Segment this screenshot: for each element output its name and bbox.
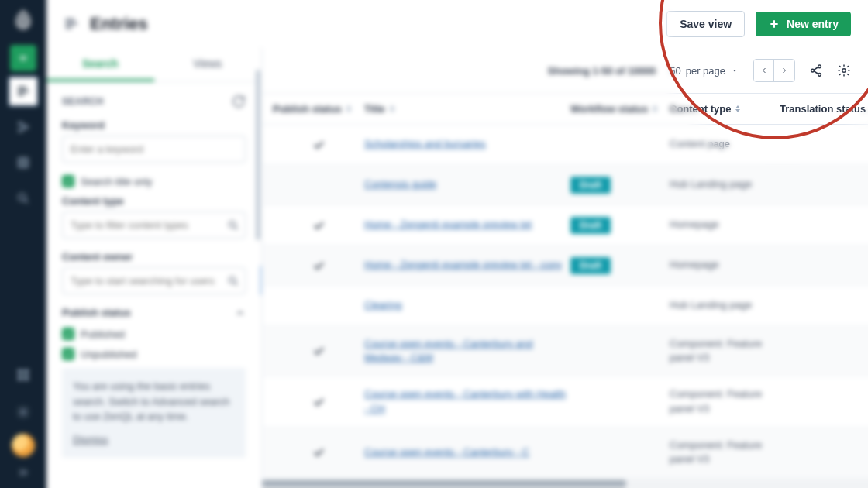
search-icon[interactable] — [227, 219, 239, 232]
entry-link[interactable]: Course open events - Canterbury with Hea… — [364, 388, 566, 414]
col-translation[interactable]: Translation status — [780, 103, 866, 115]
checkbox-checked-icon — [62, 328, 74, 340]
publish-status-cell — [273, 395, 364, 409]
rail-collapse[interactable] — [8, 463, 39, 482]
sort-icon[interactable] — [390, 105, 394, 112]
svg-rect-2 — [18, 91, 29, 92]
table-row[interactable]: Course open events - Canterbury - CCompo… — [262, 428, 868, 478]
tab-views[interactable]: Views — [154, 48, 262, 81]
content-owner-input[interactable] — [62, 267, 246, 294]
gear-icon[interactable] — [837, 64, 851, 77]
title-cell: Course open events - Canterbury - C — [364, 445, 570, 459]
col-title[interactable]: Title — [364, 103, 385, 115]
sort-icon[interactable] — [346, 105, 351, 112]
workflow-cell: Draft — [570, 217, 670, 234]
check-icon — [312, 344, 326, 358]
table-toolbar: Showing 1-50 of 10000 50 per page — [262, 48, 868, 94]
table-row[interactable]: Home - Zengenti example preview tet - co… — [262, 246, 868, 286]
table-row[interactable]: Course open events - Canterbury and Medw… — [262, 326, 868, 376]
titlebar: Entries Save view New entry — [46, 0, 868, 48]
col-workflow[interactable]: Workflow status — [570, 103, 648, 115]
entry-link[interactable]: Contensis guide — [364, 178, 436, 190]
chevron-down-icon — [730, 66, 739, 75]
svg-point-9 — [19, 194, 26, 201]
rail-project[interactable]: W — [10, 45, 36, 71]
sort-icon[interactable] — [653, 105, 657, 112]
rail-structure[interactable] — [8, 112, 39, 143]
share-icon[interactable] — [809, 64, 823, 77]
nav-rail: W — [0, 0, 46, 488]
refresh-icon[interactable] — [232, 95, 246, 108]
workflow-badge: Draft — [570, 217, 611, 234]
sort-icon[interactable] — [735, 105, 740, 112]
svg-rect-12 — [18, 376, 22, 380]
content-type-cell: Homepage — [670, 218, 780, 232]
svg-rect-8 — [21, 160, 26, 165]
plus-icon — [768, 18, 780, 30]
checkbox-checked-icon — [62, 348, 74, 360]
unpublished-checkbox[interactable]: Unpublished — [62, 348, 246, 360]
rail-entries[interactable] — [8, 76, 39, 107]
check-icon — [312, 138, 326, 152]
svg-rect-13 — [25, 376, 29, 380]
user-avatar[interactable] — [12, 434, 35, 457]
svg-point-18 — [229, 221, 236, 227]
content-type-cell: Component: Feature panel V3 — [670, 387, 780, 415]
svg-point-14 — [22, 411, 26, 414]
save-view-button[interactable]: Save view — [666, 11, 745, 37]
pager-next[interactable] — [774, 60, 794, 81]
title-cell: Clearing — [364, 298, 570, 312]
rail-library[interactable] — [8, 147, 39, 178]
col-publish-status[interactable]: Publish status — [273, 103, 342, 115]
col-content-type[interactable]: Content type — [670, 103, 731, 115]
publish-status-section[interactable]: Publish status — [62, 307, 246, 318]
table-row[interactable]: ClearingHub Landing page — [262, 286, 868, 326]
check-icon — [312, 445, 326, 459]
checkbox-checked-icon — [62, 175, 74, 187]
title-cell: Home - Zengenti example preview tet - co… — [364, 258, 570, 272]
content-type-input[interactable] — [62, 211, 246, 239]
per-page-select[interactable]: 50 per page — [670, 65, 739, 77]
table-row[interactable]: Scholarships and bursariesContent page — [262, 125, 868, 165]
title-cell: Course open events - Canterbury and Medw… — [364, 337, 570, 365]
svg-rect-11 — [25, 369, 29, 373]
svg-text:W: W — [20, 54, 27, 62]
tab-search[interactable]: Search — [46, 48, 154, 81]
published-checkbox[interactable]: Published — [62, 328, 246, 340]
rail-settings[interactable] — [8, 397, 39, 428]
pager-prev[interactable] — [754, 60, 774, 81]
table-row[interactable]: Contensis guideDraftHub Landing page — [262, 165, 868, 205]
table-header: Publish status Title Workflow status Con… — [262, 94, 868, 125]
new-entry-button[interactable]: New entry — [756, 12, 851, 36]
dismiss-link[interactable]: Dismiss — [73, 432, 108, 448]
new-entry-label: New entry — [787, 18, 839, 30]
horizontal-scrollbar[interactable] — [262, 479, 868, 488]
rail-apps[interactable] — [8, 359, 39, 390]
table-row[interactable]: Home - Zengenti example preview tetDraft… — [262, 205, 868, 246]
content-type-cell: Component: Feature panel V3 — [670, 438, 780, 466]
rail-search[interactable] — [8, 183, 39, 214]
entries-icon — [64, 16, 79, 32]
publish-status-cell — [273, 259, 364, 273]
entry-link[interactable]: Scholarships and bursaries — [364, 138, 486, 149]
filter-tabs: Search Views — [46, 48, 261, 82]
svg-rect-15 — [66, 19, 75, 21]
workflow-badge: Draft — [570, 177, 611, 194]
content-type-cell: Hub Landing page — [670, 177, 780, 191]
filter-panel: Search Views SEARCH Keyword Search title… — [46, 48, 262, 488]
entry-link[interactable]: Home - Zengenti example preview tet - co… — [364, 259, 562, 270]
entry-link[interactable]: Clearing — [364, 299, 401, 311]
search-title-only-checkbox[interactable]: Search title only — [62, 175, 246, 187]
main: Entries Save view New entry Search Views… — [46, 0, 868, 488]
entry-link[interactable]: Home - Zengenti example preview tet — [364, 218, 532, 230]
table-row[interactable]: Course open events - Canterbury with Hea… — [262, 376, 868, 427]
entry-link[interactable]: Course open events - Canterbury and Medw… — [364, 338, 533, 363]
svg-point-23 — [842, 69, 846, 73]
check-icon — [312, 218, 326, 232]
keyword-input[interactable] — [62, 136, 246, 163]
entries-table: Publish status Title Workflow status Con… — [262, 94, 868, 479]
publish-status-cell — [273, 445, 364, 459]
search-icon[interactable] — [227, 275, 239, 287]
content-type-cell: Homepage — [670, 258, 780, 272]
entry-link[interactable]: Course open events - Canterbury - C — [364, 446, 529, 458]
